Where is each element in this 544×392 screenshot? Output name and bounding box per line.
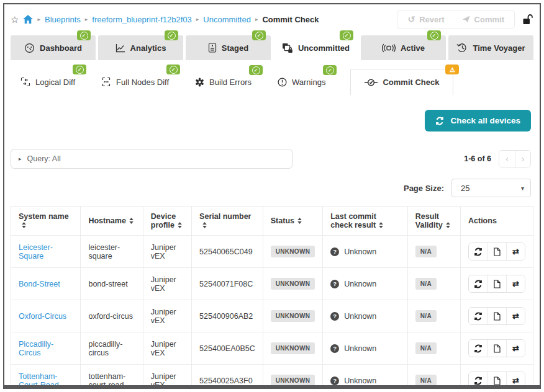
sort-icon [175, 221, 182, 229]
column-header-last-commit-check-result[interactable]: Last commit check result [323, 207, 408, 236]
refresh-icon [474, 247, 483, 256]
subtab-warnings[interactable]: Warnings✓ [276, 69, 327, 95]
result-validity-badge: N/A [415, 278, 437, 290]
system-name-cell: Leicester-Square [11, 236, 81, 268]
commit-button[interactable]: Commit [462, 15, 504, 24]
last-commit-check-result-cell: ?Unknown [323, 236, 408, 268]
status-cell: UNKNOWN [263, 365, 322, 390]
tab-dashboard[interactable]: Dashboard✓ [11, 35, 96, 60]
subtab-commit-check[interactable]: Commit Check⚠ [350, 69, 453, 95]
check-badge: ✓ [323, 65, 337, 75]
subtab-bar: Logical Diff✓Full Nodes Diff✓Build Error… [11, 69, 533, 95]
actions-group: ⇄ [468, 307, 525, 325]
system-name-link[interactable]: Leicester-Square [19, 243, 53, 261]
prev-page-button[interactable]: ‹ [499, 151, 515, 167]
status-badge: UNKNOWN [271, 375, 315, 386]
result-validity-cell: N/A [407, 300, 460, 332]
breadcrumb-separator-icon: ▸ [37, 16, 40, 22]
column-header-result-validity[interactable]: Result Validity [407, 207, 460, 236]
tab-time-voyager[interactable]: Time Voyager [448, 35, 533, 60]
last-result-text: Unknown [344, 376, 376, 385]
system-name-link[interactable]: Oxford-Circus [19, 312, 66, 321]
logical-diff-icon [20, 77, 30, 87]
last-result-text: Unknown [344, 247, 376, 256]
subtab-build-errors[interactable]: Build Errors✓ [194, 69, 253, 95]
breadcrumb-separator-icon: ▸ [85, 16, 88, 22]
breadcrumb-link-blueprints[interactable]: Blueprints [45, 15, 81, 24]
top-actions: ↺ Revert Commit [397, 11, 533, 29]
device-profile-cell: Juniper vEX [143, 300, 191, 332]
top-bar: ☆ ▸Blueprints▸freeform_blueprint-f12b2f0… [11, 9, 533, 29]
subtab-label: Warnings [292, 78, 325, 87]
compare-button[interactable]: ⇄ [506, 372, 525, 389]
file-icon [494, 376, 501, 385]
tab-analytics[interactable]: Analytics✓ [98, 35, 183, 60]
column-header-device-profile[interactable]: Device profile [143, 207, 191, 236]
revert-button[interactable]: ↺ Revert [407, 15, 444, 24]
serial-number-cell: 525400EA0B5C [192, 332, 263, 365]
build-errors-icon [195, 78, 204, 87]
check-badge: ✓ [249, 65, 263, 75]
result-validity-badge: N/A [415, 310, 437, 322]
refresh-icon [474, 312, 483, 321]
report-button[interactable] [487, 243, 506, 260]
serial-number-cell: 52540071F08C [192, 268, 263, 300]
compare-button[interactable]: ⇄ [506, 243, 525, 260]
next-page-button[interactable]: › [515, 151, 530, 167]
last-result: ?Unknown [330, 376, 400, 385]
tab-active[interactable]: Active✓ [361, 35, 446, 60]
recheck-button[interactable] [469, 340, 487, 357]
last-commit-check-result-cell: ?Unknown [323, 268, 408, 300]
recheck-button[interactable] [469, 308, 487, 324]
sort-icon [294, 216, 302, 225]
column-header-serial-number[interactable]: Serial number [192, 207, 263, 236]
breadcrumb-link-uncommitted[interactable]: Uncommitted [203, 15, 251, 24]
last-result: ?Unknown [330, 247, 400, 256]
favorite-star-icon[interactable]: ☆ [11, 15, 19, 24]
active-icon [382, 43, 396, 53]
report-button[interactable] [487, 308, 506, 324]
breadcrumb-separator-icon: ▸ [255, 16, 258, 22]
pagination-range: 1-6 of 6 [464, 154, 491, 163]
hostname-cell: bond-street [81, 268, 143, 300]
serial-number-cell: 525400906AB2 [192, 300, 263, 332]
compare-button[interactable]: ⇄ [506, 340, 525, 357]
recheck-button[interactable] [469, 275, 487, 292]
compare-button[interactable]: ⇄ [506, 275, 525, 292]
result-validity-badge: N/A [415, 246, 437, 257]
transfer-icon: ⇄ [512, 344, 519, 352]
unlock-icon[interactable] [522, 14, 533, 25]
subtab-full-nodes-diff[interactable]: Full Nodes Diff✓ [100, 69, 170, 95]
commit-label: Commit [474, 15, 504, 24]
column-header-hostname[interactable]: Hostname [81, 207, 143, 236]
column-label: Status [271, 216, 294, 225]
status-badge: UNKNOWN [271, 342, 315, 354]
report-button[interactable] [487, 340, 506, 357]
check-all-devices-button[interactable]: Check all devices [425, 110, 531, 131]
recheck-button[interactable] [469, 243, 487, 260]
recheck-button[interactable] [469, 372, 487, 389]
compare-button[interactable]: ⇄ [506, 308, 525, 324]
tab-staged[interactable]: Staged✓ [186, 35, 271, 60]
tab-uncommitted[interactable]: Uncommitted✓ [273, 35, 358, 60]
revert-label: Revert [419, 15, 444, 24]
system-name-link[interactable]: Bond-Street [19, 280, 60, 288]
hostname-cell: piccadilly-circus [81, 332, 143, 365]
page-size-select[interactable]: 25 ▾ [451, 179, 531, 197]
system-name-link[interactable]: Piccadilly-Circus [19, 340, 53, 357]
report-button[interactable] [487, 372, 506, 389]
warnings-icon [278, 78, 287, 87]
column-header-system-name[interactable]: System name [11, 207, 81, 236]
subtab-label: Full Nodes Diff [116, 78, 169, 87]
home-icon[interactable] [23, 15, 33, 24]
last-commit-check-result-cell: ?Unknown [323, 300, 408, 332]
subtab-logical-diff[interactable]: Logical Diff✓ [19, 69, 76, 95]
report-button[interactable] [487, 275, 506, 292]
system-name-link[interactable]: Tottenham-Court-Road [19, 372, 59, 390]
analytics-icon [116, 43, 125, 53]
last-result: ?Unknown [330, 280, 400, 288]
system-name-cell: Bond-Street [11, 268, 81, 300]
column-header-status[interactable]: Status [263, 207, 322, 236]
query-expander[interactable]: ▸ Query: All [11, 149, 292, 169]
breadcrumb-link-freeform-blueprint-f12b2f03[interactable]: freeform_blueprint-f12b2f03 [92, 15, 191, 24]
